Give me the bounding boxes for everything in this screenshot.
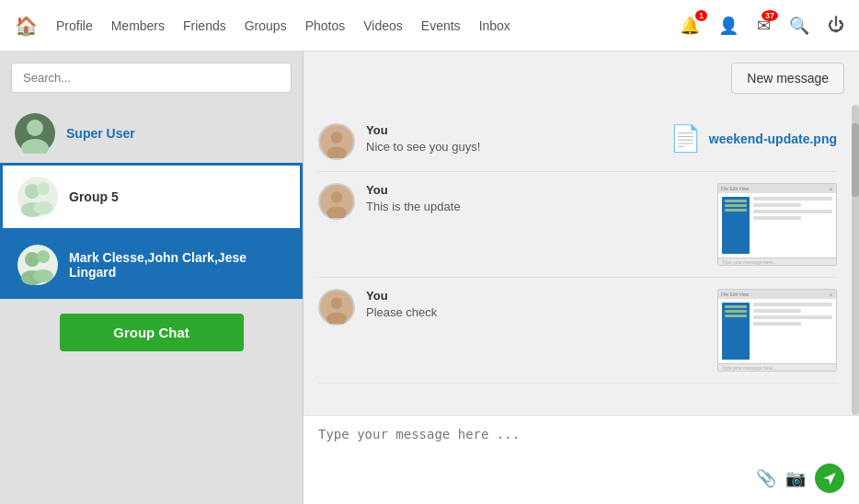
notifications-icon[interactable]: 🔔 1 xyxy=(680,16,700,36)
screenshot-sidebar xyxy=(722,303,750,360)
nav-friends[interactable]: Friends xyxy=(183,18,226,33)
screenshot-footer-text: Type your message here... xyxy=(722,259,776,265)
right-panel: New message You Nice to see you guy xyxy=(304,52,859,504)
scrollbar-track[interactable] xyxy=(852,105,859,415)
screenshot-line xyxy=(753,210,832,213)
sidebar: Super User Group 5 xyxy=(0,52,304,504)
nav-events[interactable]: Events xyxy=(421,18,461,33)
svg-point-17 xyxy=(331,297,343,309)
nav-photos[interactable]: Photos xyxy=(305,18,346,33)
mark-clesse-name: Mark Clesse,John Clark,Jese Lingard xyxy=(69,250,285,280)
screenshot-line xyxy=(753,315,832,319)
user-name: Super User xyxy=(66,126,135,141)
search-container xyxy=(0,52,303,104)
message-sender: You xyxy=(366,289,706,303)
screenshot-footer-text: Type your message here... xyxy=(722,365,776,371)
user-icon[interactable]: 👤 xyxy=(718,16,739,36)
svg-point-1 xyxy=(21,139,49,154)
group5-name: Group 5 xyxy=(69,189,119,204)
panel-header: New message xyxy=(304,52,859,105)
screenshot-topbar: File Edit View ✕ xyxy=(718,290,836,299)
svg-point-14 xyxy=(331,191,343,203)
conversation-group5[interactable]: Group 5 xyxy=(0,163,303,231)
screenshot-line xyxy=(753,216,801,220)
screenshot-topbar: File Edit View ✕ xyxy=(718,184,836,193)
svg-point-3 xyxy=(37,182,50,195)
screenshot-line xyxy=(753,197,832,200)
svg-point-11 xyxy=(331,132,343,143)
message-sender: You xyxy=(366,123,659,137)
group-chat-button[interactable]: Group Chat xyxy=(60,314,244,351)
file-icon: 📄 xyxy=(670,123,702,154)
message-content: You Please check xyxy=(366,289,706,319)
svg-point-7 xyxy=(37,250,50,263)
power-icon[interactable]: ⏻ xyxy=(828,16,844,35)
screenshot-main xyxy=(753,303,832,360)
search-icon[interactable]: 🔍 xyxy=(789,16,809,36)
screenshot-line xyxy=(753,203,801,207)
mail-badge: 37 xyxy=(762,10,778,21)
file-name[interactable]: weekend-update.png xyxy=(709,132,837,146)
screenshot-body xyxy=(718,193,836,258)
nav-profile[interactable]: Profile xyxy=(56,18,93,33)
message-input-area: 📎 📷 xyxy=(304,415,859,504)
mail-icon[interactable]: ✉ 37 xyxy=(757,16,771,36)
screenshot-footer: Type your message here... xyxy=(718,258,836,265)
screenshot-line xyxy=(753,322,801,326)
main-layout: Super User Group 5 xyxy=(0,52,859,504)
mark-clesse-avatar xyxy=(17,245,58,285)
avatar xyxy=(15,113,55,154)
nav-videos[interactable]: Videos xyxy=(363,18,403,33)
screenshot-sidebar xyxy=(722,197,750,254)
nav-groups[interactable]: Groups xyxy=(245,18,287,33)
group5-avatar xyxy=(17,177,58,217)
search-input[interactable] xyxy=(11,63,292,93)
screenshot-footer: Type your message here... xyxy=(718,363,836,371)
message-row: You Nice to see you guys! 📄 weekend-upda… xyxy=(318,112,837,172)
sidebar-user[interactable]: Super User xyxy=(0,104,303,163)
attach-icon[interactable]: 📎 xyxy=(756,468,776,488)
screenshot-main xyxy=(753,197,832,254)
camera-icon[interactable]: 📷 xyxy=(785,468,806,488)
avatar xyxy=(318,183,355,220)
message-content: You This is the update xyxy=(366,183,706,213)
svg-point-0 xyxy=(27,120,43,136)
scrollbar-thumb[interactable] xyxy=(852,123,859,197)
file-attachment: 📄 weekend-update.png xyxy=(670,123,837,154)
screenshot-menu-text: File Edit View xyxy=(721,186,749,191)
screenshot-line xyxy=(753,303,832,306)
home-icon[interactable]: 🏠 xyxy=(15,15,38,37)
send-button[interactable] xyxy=(815,464,844,493)
avatar xyxy=(318,289,355,326)
message-sender: You xyxy=(366,183,706,197)
message-input[interactable] xyxy=(318,427,844,456)
message-content: You Nice to see you guys! xyxy=(366,123,659,154)
top-nav: 🏠 Profile Members Friends Groups Photos … xyxy=(0,0,859,52)
svg-point-9 xyxy=(33,269,53,282)
screenshot-preview: File Edit View ✕ xyxy=(717,183,837,266)
notification-badge: 1 xyxy=(695,10,707,21)
nav-inbox[interactable]: Inbox xyxy=(479,18,510,33)
new-message-button[interactable]: New message xyxy=(731,63,844,94)
avatar xyxy=(318,123,355,160)
message-text: Nice to see you guys! xyxy=(366,140,659,154)
screenshot-line xyxy=(753,309,801,313)
screenshot-preview: File Edit View ✕ xyxy=(717,289,837,372)
nav-members[interactable]: Members xyxy=(111,18,165,33)
message-row: You This is the update File Edit View ✕ xyxy=(318,172,837,278)
message-text: Please check xyxy=(366,305,706,319)
messages-area: You Nice to see you guys! 📄 weekend-upda… xyxy=(304,105,852,415)
message-row: You Please check File Edit View ✕ xyxy=(318,278,837,384)
input-actions: 📎 📷 xyxy=(318,464,844,493)
conversation-mark-clesse[interactable]: Mark Clesse,John Clark,Jese Lingard xyxy=(0,231,303,299)
message-text: This is the update xyxy=(366,200,706,213)
screenshot-body xyxy=(718,299,836,363)
svg-point-5 xyxy=(33,201,53,214)
screenshot-menu-text: File Edit View xyxy=(721,292,749,297)
